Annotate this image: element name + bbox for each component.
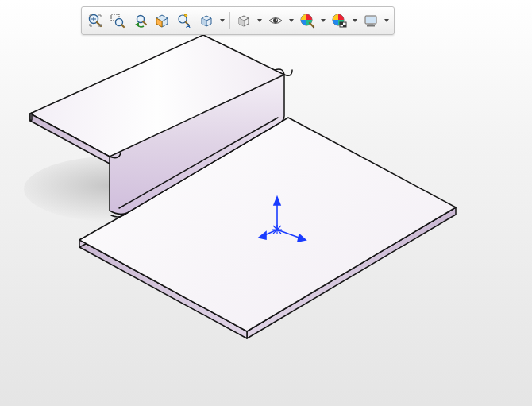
view-settings-icon: [363, 13, 379, 29]
view-settings-button[interactable]: [360, 10, 381, 31]
view-orientation-button[interactable]: [196, 10, 217, 31]
hide-show-items-icon: [268, 13, 283, 29]
svg-text:A: A: [186, 22, 191, 29]
hide-show-items-dropdown[interactable]: [287, 10, 295, 31]
svg-marker-13: [135, 22, 139, 27]
svg-line-7: [97, 22, 101, 26]
view-settings-dropdown[interactable]: [383, 10, 391, 31]
view-heads-up-toolbar: A: [81, 6, 395, 35]
section-view-button[interactable]: [152, 10, 172, 31]
edit-appearance-dropdown[interactable]: [319, 10, 327, 31]
svg-rect-29: [368, 24, 373, 25]
graphics-viewport[interactable]: [0, 0, 532, 406]
zoom-to-fit-button[interactable]: [85, 10, 106, 31]
hide-show-items-button[interactable]: [265, 10, 286, 31]
display-style-icon: [236, 13, 252, 29]
edit-appearance-button[interactable]: [297, 10, 318, 31]
zoom-to-area-icon: [110, 13, 125, 29]
toolbar-separator: [229, 12, 230, 29]
svg-rect-28: [366, 17, 376, 23]
svg-rect-30: [367, 25, 375, 27]
svg-line-12: [143, 21, 146, 25]
previous-view-icon: [132, 13, 148, 29]
svg-rect-25: [343, 25, 346, 27]
dynamic-annotation-views-icon: A: [176, 13, 192, 29]
previous-view-button[interactable]: [129, 10, 150, 31]
display-style-button[interactable]: [233, 10, 254, 31]
apply-scene-dropdown[interactable]: [351, 10, 359, 31]
display-style-dropdown[interactable]: [256, 10, 264, 31]
shelf-left-face: [30, 113, 32, 121]
apply-scene-icon: [331, 13, 347, 29]
zoom-to-fit-icon: [87, 13, 103, 29]
view-orientation-icon: [199, 13, 214, 29]
dynamic-annotation-views-button[interactable]: A: [174, 10, 195, 31]
view-orientation-dropdown[interactable]: [218, 10, 226, 31]
section-view-icon: [154, 13, 170, 29]
apply-scene-button[interactable]: [329, 10, 349, 31]
svg-point-18: [273, 18, 278, 23]
svg-rect-24: [340, 22, 343, 25]
zoom-to-area-button[interactable]: [107, 10, 128, 31]
svg-line-10: [121, 25, 124, 27]
edit-appearance-icon: [299, 13, 315, 29]
svg-point-19: [276, 19, 277, 21]
